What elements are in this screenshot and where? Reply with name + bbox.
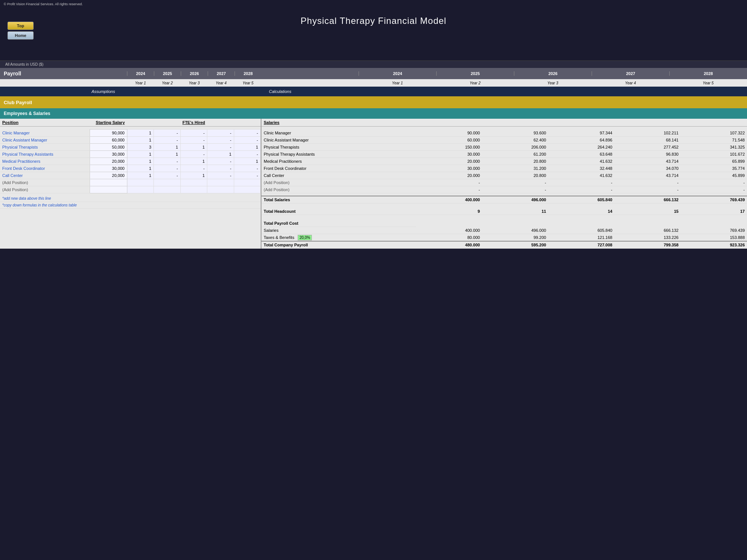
total-headcount-y2: 11 [482, 208, 548, 215]
table-row: (Add Position) [0, 179, 261, 186]
right-table: Salaries Clinic Manager 90.000 [261, 119, 747, 249]
col-starting-salary: Starting Salary [90, 119, 127, 127]
total-salaries-y5: 769.439 [681, 196, 747, 203]
nav-buttons: Top Home [4, 19, 37, 42]
home-button[interactable]: Home [7, 31, 34, 40]
total-salaries-y3: 605.840 [548, 196, 614, 203]
table-row: (Add Position) - - - - - [261, 179, 747, 186]
note-row-2: *copy down formulas in the calculations … [0, 202, 261, 209]
fte-y3-clinic-manager[interactable]: - [180, 130, 207, 137]
position-clinic-asst-manager: Clinic Assistant Manager [0, 137, 90, 144]
total-salaries-label: Total Salaries [261, 196, 416, 203]
salary-physical-therapists[interactable]: 50,000 [90, 144, 127, 151]
col-position: Position [0, 119, 90, 127]
sub-year2-left: Year 2 [154, 81, 181, 85]
sub-year5-left: Year 5 [235, 81, 261, 85]
total-headcount-row: Total Headcount 9 11 14 15 17 [261, 208, 747, 215]
sub-year4-left: Year 4 [208, 81, 235, 85]
main-content: Payroll 2024 2025 2026 2027 2028 2024 20… [0, 68, 747, 249]
total-company-payroll-label: Total Company Payroll [261, 241, 416, 249]
position-call-center: Call Center [0, 172, 90, 179]
top-button[interactable]: Top [7, 22, 34, 30]
r-call-center: Call Center [261, 172, 416, 179]
payroll-salaries-row: Salaries 400.000 496.000 605.840 666.132… [261, 227, 747, 234]
salary-call-center[interactable]: 20,000 [90, 172, 127, 179]
table-row: Physical Therapy Assistants 30.000 61.20… [261, 150, 747, 158]
total-headcount-y1: 9 [416, 208, 482, 215]
r-front-desk: Front Desk Coordinator [261, 165, 416, 172]
sub-year3-left: Year 3 [181, 81, 208, 85]
year-2028-left: 2028 [235, 71, 261, 76]
position-front-desk: Front Desk Coordinator [0, 165, 90, 172]
table-row: Clinic Manager 90,000 1 - - - - [0, 130, 261, 137]
r-medical-practitioners: Medical Practitioners [261, 158, 416, 165]
total-headcount-y3: 14 [548, 208, 614, 215]
salary-medical-practitioners[interactable]: 20,000 [90, 158, 127, 165]
left-table: Position Starting Salary FTE's Hired [0, 119, 261, 249]
col-r-y5 [681, 119, 747, 127]
table-row: Physical Therapists 150.000 206.000 264.… [261, 143, 747, 150]
table-row: Front Desk Coordinator 30.000 31.200 32.… [261, 165, 747, 172]
taxes-benefits-row: Taxes & Benefits 20,0% 80.000 99.200 121… [261, 234, 747, 242]
payroll-title: Payroll [0, 71, 127, 77]
table-row: Front Desk Coordinator 30,000 1 - - - - [0, 165, 261, 172]
copyright-text: © Profit Vision Financial Services. All … [4, 2, 83, 6]
fte-y5-clinic-manager[interactable]: - [234, 130, 261, 137]
sub-year4-right: Year 4 [592, 81, 669, 85]
salary-pt-assistants[interactable]: 30,000 [90, 151, 127, 158]
total-company-payroll-y5: 923.326 [681, 241, 747, 249]
salary-clinic-manager[interactable]: 90,000 [90, 130, 127, 137]
salary-clinic-asst-manager[interactable]: 60,000 [90, 137, 127, 144]
taxes-benefits-label: Taxes & Benefits 20,0% [261, 234, 416, 242]
position-pt-assistants: Physical Therapy Assistants [0, 151, 90, 158]
total-salaries-y1: 400.000 [416, 196, 482, 203]
add-position-2: (Add Position) [0, 186, 90, 193]
total-salaries-row: Total Salaries 400.000 496.000 605.840 6… [261, 196, 747, 203]
total-headcount-label: Total Headcount [261, 208, 416, 215]
year-2028-right: 2028 [669, 71, 747, 76]
note-add-data: *add new data above this line [0, 193, 261, 202]
r-add-position-1: (Add Position) [261, 179, 416, 186]
fte-y4-clinic-manager[interactable]: - [207, 130, 234, 137]
tax-rate-badge: 20,0% [298, 235, 312, 240]
total-payroll-cost-label: Total Payroll Cost [261, 220, 416, 227]
year-2025-right: 2025 [436, 71, 514, 76]
sub-year5-right: Year 5 [669, 81, 747, 85]
payroll-salaries-label: Salaries [261, 227, 416, 234]
col-r-y2 [482, 119, 548, 127]
position-clinic-manager: Clinic Manager [0, 130, 90, 137]
table-row: Medical Practitioners 20,000 1 - 1 - 1 [0, 158, 261, 165]
total-company-payroll-y4: 799.358 [614, 241, 681, 249]
year-2026-left: 2026 [181, 71, 208, 76]
sub-year3-right: Year 3 [514, 81, 592, 85]
assumptions-label: Assumptions [0, 87, 261, 96]
year-2027-right: 2027 [592, 71, 669, 76]
amounts-label: All Amounts in USD ($) [0, 60, 747, 68]
col-r-y1 [416, 119, 482, 127]
col-r-y4 [614, 119, 681, 127]
total-company-payroll-y2: 595.200 [482, 241, 548, 249]
col-ftes-hired: FTE's Hired [127, 119, 261, 127]
total-headcount-y5: 17 [681, 208, 747, 215]
total-salaries-y4: 666.132 [614, 196, 681, 203]
note-copy-formulas: *copy down formulas in the calculations … [0, 202, 261, 209]
add-position-1: (Add Position) [0, 179, 90, 186]
r-clinic-manager: Clinic Manager [261, 130, 416, 137]
year-2026-right: 2026 [514, 71, 592, 76]
table-row: (Add Position) [0, 186, 261, 193]
salary-front-desk[interactable]: 30,000 [90, 165, 127, 172]
year-2025-left: 2025 [154, 71, 181, 76]
year-2024-right: 2024 [359, 71, 436, 76]
sub-year1-right: Year 1 [359, 81, 436, 85]
employees-salaries-row: Employees & Salaries [0, 108, 747, 119]
total-salaries-y2: 496.000 [482, 196, 548, 203]
r-pt-assistants: Physical Therapy Assistants [261, 150, 416, 158]
fte-y2-clinic-manager[interactable]: - [154, 130, 181, 137]
table-row: Clinic Assistant Manager 60,000 1 - - - … [0, 137, 261, 144]
table-row: Physical Therapists 50,000 3 1 1 - 1 [0, 144, 261, 151]
table-row: Medical Practitioners 20.000 20.800 41.6… [261, 158, 747, 165]
position-medical-practitioners: Medical Practitioners [0, 158, 90, 165]
fte-y1-clinic-manager[interactable]: 1 [127, 130, 154, 137]
total-payroll-cost-header: Total Payroll Cost [261, 220, 747, 227]
sub-year2-right: Year 2 [436, 81, 514, 85]
